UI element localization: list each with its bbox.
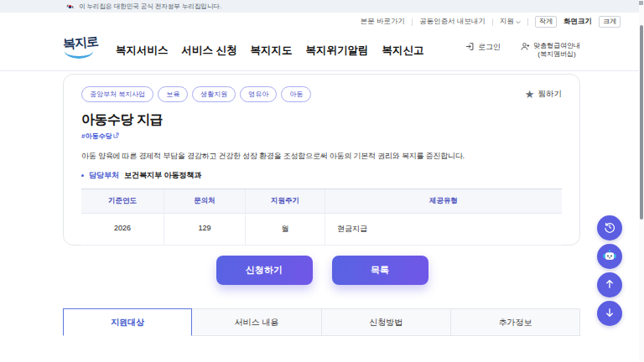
- arrow-up-icon: [603, 277, 616, 293]
- header-divider: [0, 70, 644, 71]
- divider: [492, 18, 493, 26]
- person-plus-icon: [521, 42, 530, 53]
- membership-line2: (복지멤버십): [533, 50, 580, 59]
- robot-face-icon: [602, 248, 617, 266]
- korean-flag-icon: [65, 3, 75, 10]
- font-size-label: 화면크기: [564, 17, 592, 27]
- cell-support-cycle: 월: [245, 214, 325, 246]
- gov-banner-text: 이 누리집은 대한민국 공식 전자정부 누리집입니다.: [79, 3, 221, 11]
- favorite-label: 찜하기: [538, 89, 563, 100]
- login-button[interactable]: 로그인: [465, 42, 501, 53]
- scroll-bottom-button[interactable]: [597, 301, 622, 326]
- header-right: 로그인 맞춤형급여안내 (복지멤버십): [465, 42, 580, 59]
- floating-buttons: [597, 215, 622, 326]
- external-link-icon: [113, 132, 119, 140]
- nav-item-welfare-report[interactable]: 복지신고: [382, 44, 423, 58]
- table-row: 2026 129 월 현금지급: [81, 214, 562, 246]
- col-header-contact: 문의처: [164, 189, 245, 214]
- login-arrow-icon: [465, 42, 475, 53]
- tab-apply-method[interactable]: 신청방법: [321, 308, 451, 336]
- utility-bar: 본문 바로가기 공동인증서 내보내기 지원 작게 화면크기 크게: [361, 16, 621, 28]
- tab-extra-info[interactable]: 추가정보: [450, 308, 580, 336]
- recent-history-button[interactable]: [597, 215, 622, 240]
- main-nav: 복지서비스 서비스 신청 복지지도 복지위기알림 복지신고: [116, 44, 423, 58]
- bokjiro-logo[interactable]: 복지로: [63, 35, 101, 64]
- history-clock-icon: [603, 220, 616, 236]
- service-title: 아동수당 지급: [81, 111, 562, 129]
- skip-to-content-link[interactable]: 본문 바로가기: [361, 17, 405, 27]
- support-label: 지원: [500, 17, 514, 27]
- service-info-table: 기준연도 문의처 지원주기 제공유형 2026 129 월 현금지급: [81, 189, 562, 246]
- nav-item-welfare-services[interactable]: 복지서비스: [116, 44, 169, 58]
- cert-export-link[interactable]: 공동인증서 내보내기: [419, 17, 486, 27]
- tag-chip-infant[interactable]: 영유아: [240, 86, 277, 102]
- divider: [412, 18, 413, 26]
- nav-item-service-apply[interactable]: 서비스 신청: [182, 44, 237, 58]
- cell-contact: 129: [164, 214, 245, 246]
- cell-provision-type: 현금지급: [325, 214, 562, 246]
- nav-item-welfare-map[interactable]: 복지지도: [250, 44, 292, 58]
- logo-smile-swoosh: [65, 49, 93, 59]
- gov-banner: 이 누리집은 대한민국 공식 전자정부 누리집입니다.: [0, 0, 644, 13]
- membership-line1: 맞춤형급여안내: [533, 42, 580, 50]
- hashtag-link[interactable]: #아동수당: [81, 132, 562, 141]
- service-description: 아동 양육에 따른 경제적 부담을 경감하고 건강한 성장 환경을 조성함으로써…: [81, 151, 562, 162]
- hashtag-text: #아동수당: [81, 132, 112, 141]
- dept-line: 담당부처 보건복지부 아동정책과: [81, 170, 562, 181]
- table-header-row: 기준연도 문의처 지원주기 제공유형: [81, 189, 562, 214]
- tag-chips-row: 중앙부처 복지사업 보육 생활지원 영유아 아동 ★ 찜하기: [81, 86, 562, 102]
- chevron-down-icon: [516, 18, 521, 26]
- login-label: 로그인: [478, 42, 501, 53]
- service-summary-card: 중앙부처 복지사업 보육 생활지원 영유아 아동 ★ 찜하기 아동수당 지급 #…: [63, 74, 580, 246]
- col-header-base-year: 기준연도: [81, 189, 164, 214]
- divider: [527, 18, 528, 26]
- dept-label: 담당부처: [89, 170, 119, 181]
- site-header: 복지로 복지서비스 서비스 신청 복지지도 복지위기알림 복지신고 로그인: [0, 30, 644, 70]
- col-header-provision-type: 제공유형: [325, 189, 562, 214]
- bokjiro-welfare-detail-page: 이 누리집은 대한민국 공식 전자정부 누리집입니다. 본문 바로가기 공동인증…: [0, 0, 644, 362]
- detail-tabs: 지원대상 서비스 내용 신청방법 추가정보: [63, 308, 580, 336]
- arrow-down-icon: [603, 306, 616, 322]
- col-header-support-cycle: 지원주기: [245, 189, 325, 214]
- scrollbar-corner: [639, 1, 643, 5]
- tag-chip-childcare[interactable]: 보육: [158, 86, 188, 102]
- chatbot-button[interactable]: [597, 244, 622, 269]
- nav-item-welfare-crisis-alert[interactable]: 복지위기알림: [305, 44, 368, 58]
- font-larger-button[interactable]: 크게: [599, 16, 621, 28]
- star-icon: ★: [525, 89, 535, 100]
- font-smaller-button[interactable]: 작게: [535, 16, 557, 28]
- tab-support-target[interactable]: 지원대상: [63, 308, 192, 336]
- list-button[interactable]: 목록: [332, 256, 428, 285]
- scrollbar-thumb[interactable]: [640, 25, 643, 220]
- tag-chip-living-support[interactable]: 생활지원: [192, 86, 236, 102]
- tag-chip-central-gov[interactable]: 중앙부처 복지사업: [81, 86, 153, 102]
- scroll-top-button[interactable]: [597, 272, 622, 297]
- favorite-button[interactable]: ★ 찜하기: [525, 89, 562, 100]
- tab-service-content[interactable]: 서비스 내용: [191, 308, 321, 336]
- membership-text: 맞춤형급여안내 (복지멤버십): [533, 42, 580, 59]
- action-buttons: 신청하기 목록: [0, 256, 644, 285]
- membership-benefit-link[interactable]: 맞춤형급여안내 (복지멤버십): [521, 42, 580, 59]
- dept-value: 보건복지부 아동정책과: [124, 170, 202, 181]
- bullet-dot: [81, 174, 84, 177]
- tag-chip-child[interactable]: 아동: [281, 86, 311, 102]
- cell-base-year: 2026: [81, 214, 164, 246]
- apply-button[interactable]: 신청하기: [216, 256, 313, 285]
- support-menu[interactable]: 지원: [500, 17, 521, 27]
